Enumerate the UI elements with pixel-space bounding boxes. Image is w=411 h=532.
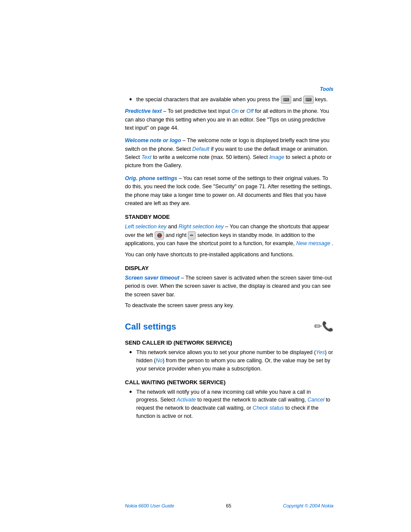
cancel-link: Cancel	[308, 397, 324, 403]
standby-period: .	[332, 240, 333, 246]
predictive-text-block: Predictive text – To set predictive text…	[125, 107, 333, 132]
right-key-icon: ✏	[188, 231, 196, 240]
call-waiting-bullet-dot: •	[129, 388, 132, 420]
orig-phone-title: Orig. phone settings	[125, 175, 177, 181]
standby-mode-label: Standby Mode	[125, 214, 170, 220]
send-caller-id-bullet: • This network service allows you to set…	[125, 348, 333, 373]
special-chars-bullet: • the special characters that are availa…	[125, 96, 333, 104]
standby-and: and	[168, 224, 178, 230]
predictive-text-title: Predictive text	[125, 108, 162, 114]
call-settings-header: Call settings ✏📞	[125, 314, 333, 333]
standby-mode-heading: Standby Mode	[125, 214, 333, 220]
send-caller-id-heading: Send Caller ID (Network Service)	[125, 339, 333, 346]
call-settings-title-area: Call settings	[125, 314, 176, 333]
orig-phone-paragraph: Orig. phone settings – You can reset som…	[125, 174, 333, 208]
call-waiting-text: The network will notify you of a new inc…	[136, 388, 333, 420]
predictive-or: or	[240, 108, 246, 114]
standby-body2: and right	[165, 232, 188, 238]
screen-saver-note: To deactivate the screen saver press any…	[125, 302, 333, 310]
activate-link: Activate	[177, 397, 196, 403]
predictive-text-body: – To set predictive text input	[163, 108, 231, 114]
no-link: No	[156, 358, 163, 364]
welcome-body3: to write a welcome note (max. 50 letters…	[153, 154, 269, 160]
send-caller-text: This network service allows you to set y…	[136, 348, 333, 373]
key-icon-1: ⌨	[281, 96, 291, 104]
call-waiting-bullet: • The network will notify you of a new i…	[125, 388, 333, 420]
screen-saver-paragraph: Screen saver timeout – The screen saver …	[125, 274, 333, 299]
footer-center: 65	[226, 503, 231, 508]
right-selection-key-link: Right selection key	[178, 224, 224, 230]
display-label: Display	[125, 265, 149, 271]
check-status-link: Check status	[253, 405, 284, 411]
call-waiting-heading: Call Waiting (Network Service)	[125, 379, 333, 386]
footer-right: Copyright © 2004 Nokia	[283, 503, 333, 508]
predictive-text-paragraph: Predictive text – To set predictive text…	[125, 107, 333, 132]
welcome-note-block: Welcome note or logo – The welcome note …	[125, 137, 333, 170]
footer-left: Nokia 6600 User Guide	[125, 503, 174, 508]
send-caller-id-label: Send Caller ID (Network Service)	[125, 339, 232, 346]
new-message-link: New message	[296, 240, 330, 246]
footer: Nokia 6600 User Guide 65 Copyright © 200…	[0, 503, 411, 508]
orig-phone-block: Orig. phone settings – You can reset som…	[125, 174, 333, 208]
welcome-note-paragraph: Welcome note or logo – The welcome note …	[125, 137, 333, 170]
bullet-dot: •	[129, 96, 132, 104]
welcome-image-link: Image	[269, 154, 284, 160]
tools-text: Tools	[320, 86, 333, 92]
phone-pen-icon: ✏📞	[314, 321, 333, 332]
send-caller-bullet-dot: •	[129, 348, 132, 373]
call-waiting-label: Call Waiting (Network Service)	[125, 379, 226, 386]
key-icon-2: ⌨	[303, 96, 314, 104]
left-key-icon: 📵	[155, 231, 164, 240]
screen-saver-block: Screen saver timeout – The screen saver …	[125, 274, 333, 310]
standby-mode-block: Left selection key and Right selection k…	[125, 223, 333, 259]
screen-saver-title: Screen saver timeout	[125, 275, 179, 281]
predictive-off-link: Off	[246, 108, 254, 114]
welcome-default-link: Default	[192, 146, 209, 152]
content-area: Tools • the special characters that are …	[0, 0, 411, 458]
call-settings-title: Call settings	[125, 322, 176, 332]
page: Tools • the special characters that are …	[0, 0, 411, 532]
display-heading: Display	[125, 265, 333, 271]
standby-mode-paragraph: Left selection key and Right selection k…	[125, 223, 333, 248]
standby-note: You can only have shortcuts to pre-insta…	[125, 251, 333, 259]
tools-label: Tools	[125, 86, 333, 92]
predictive-on-link: On	[231, 108, 239, 114]
welcome-text-link: Text	[141, 154, 151, 160]
yes-link: Yes	[316, 349, 325, 355]
left-selection-key-link: Left selection key	[125, 224, 167, 230]
special-chars-text: the special characters that are availabl…	[136, 96, 327, 104]
welcome-note-title: Welcome note or logo	[125, 137, 181, 143]
